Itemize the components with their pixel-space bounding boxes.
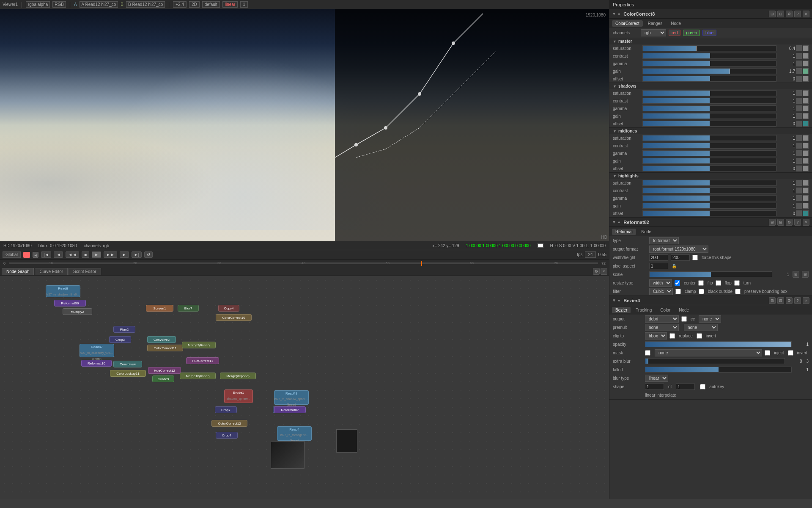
master-off-slider[interactable]: [642, 76, 776, 82]
skip-start-btn[interactable]: |◄: [41, 251, 52, 258]
rf-center-check[interactable]: [675, 280, 680, 286]
master-gain-value[interactable]: 1.7: [778, 69, 795, 74]
node-reformat87[interactable]: Reformat87: [274, 406, 306, 413]
cc-enable-btn[interactable]: ●: [618, 12, 620, 16]
rf-tab-reformat[interactable]: Reformat: [612, 229, 636, 235]
cc-highlights-header[interactable]: ▼ highlights: [609, 172, 812, 179]
bz-tab-node[interactable]: Node: [675, 307, 692, 313]
bz-falloff-value[interactable]: 1: [796, 367, 809, 372]
node-merge-comp[interactable]: Merge(depone): [220, 373, 256, 379]
node-reformat10[interactable]: Reformat10: [81, 360, 112, 367]
cc-channels-select[interactable]: rgb: [641, 29, 666, 36]
node-colorcorrect12[interactable]: ColorCorrect12: [211, 420, 247, 427]
node-graph-settings[interactable]: ⚙: [593, 268, 600, 275]
shadow-gain-slider[interactable]: [642, 113, 776, 119]
node-colorcorrect10[interactable]: ColorCorrect10: [216, 314, 252, 321]
node-read47[interactable]: Read47 hl27_ro_castlekey_v06.0004.exr (l…: [80, 344, 114, 357]
node-crop7[interactable]: Crop7: [215, 406, 237, 413]
master-gam-slider[interactable]: [642, 61, 776, 66]
node-merge10[interactable]: Merge10(linear): [180, 373, 216, 379]
cc-master-header[interactable]: ▼ master: [609, 38, 812, 44]
rf-close[interactable]: ×: [803, 219, 809, 226]
rf-clamp-check[interactable]: [675, 289, 681, 294]
bz-extrablur-slider[interactable]: [645, 358, 785, 364]
bz-invert-check[interactable]: [697, 333, 702, 339]
master-sat-slider[interactable]: [642, 45, 776, 51]
bz-premult-select1[interactable]: none: [645, 324, 679, 331]
bz-of-input[interactable]: [676, 384, 695, 390]
cc-tab-colorcorrect[interactable]: ColorCorrect: [612, 20, 643, 27]
bz-cc-check[interactable]: [681, 316, 687, 322]
rf-tab-node[interactable]: Node: [638, 229, 655, 235]
cc-blue-btn[interactable]: blue: [702, 30, 716, 36]
viewer-area[interactable]: 1920,1080 HD: [0, 9, 609, 241]
play-btn[interactable]: ►: [92, 251, 101, 258]
global-label[interactable]: Global: [3, 251, 21, 258]
node-huecorrect11[interactable]: HueCorrect11: [186, 357, 219, 364]
skip-end-btn[interactable]: ►|: [132, 251, 142, 258]
rf-help[interactable]: ?: [794, 219, 801, 226]
frame-back-btn[interactable]: ◄: [33, 252, 38, 258]
tab-node-graph[interactable]: Node Graph: [2, 268, 34, 275]
tab-curve-editor[interactable]: Curve Editor: [35, 268, 68, 275]
master-gam-value[interactable]: 1: [778, 61, 795, 66]
hl-con-slider[interactable]: [642, 188, 776, 193]
rf-enable-btn[interactable]: ●: [618, 220, 620, 224]
color-space[interactable]: RGB: [52, 1, 66, 8]
master-off-chip[interactable]: [796, 76, 802, 82]
rf-scale-slider[interactable]: [649, 271, 772, 277]
cc-tab-node[interactable]: Node: [667, 20, 684, 27]
playback-lut[interactable]: linear: [222, 1, 238, 8]
master-sat-chip[interactable]: [796, 45, 802, 51]
rf-preserve-bb-check[interactable]: [735, 289, 741, 294]
master-gain-chip2[interactable]: [803, 68, 809, 74]
bz-btn2[interactable]: ⊟: [777, 297, 784, 304]
node-blur7[interactable]: Blur7: [178, 305, 199, 312]
node-copy4[interactable]: Copy4: [218, 305, 239, 312]
node-erode1[interactable]: Erode1 shadow_sphere...: [224, 389, 253, 403]
bz-opacity-slider[interactable]: [645, 341, 792, 347]
prev-frame-btn[interactable]: ◄: [54, 251, 63, 258]
rf-turn-check[interactable]: [734, 280, 740, 286]
node-graph[interactable]: Read8 hl27_ro_shadow_f8_v06.0004.exr Ref…: [0, 276, 609, 499]
shadow-gam-slider[interactable]: [642, 105, 776, 111]
bz-premult-select2[interactable]: none: [684, 324, 718, 331]
frame-current[interactable]: 24: [585, 251, 595, 258]
bz-output-select[interactable]: debri: [645, 315, 679, 323]
cc-midtones-header[interactable]: ▼ midtones: [609, 127, 812, 134]
mid-gam-slider[interactable]: [642, 150, 776, 156]
master-con-chip2[interactable]: [803, 53, 809, 59]
node-merge2[interactable]: Merge2(linear): [182, 342, 216, 348]
node-crop4b[interactable]: Crop4: [216, 432, 238, 439]
node-convolve2[interactable]: Convolve2: [147, 336, 176, 343]
rf-scale-value[interactable]: 1: [776, 272, 789, 277]
node-read49[interactable]: Read49 hl27_ro_shadow_sphere... (linear): [274, 390, 309, 405]
node-crop3[interactable]: Crop3: [109, 336, 131, 343]
bz-replace-check[interactable]: [669, 333, 675, 339]
cc-red-btn[interactable]: red: [669, 30, 680, 36]
cc-close[interactable]: ×: [803, 11, 809, 17]
rf-flip-check[interactable]: [698, 280, 704, 286]
rf-scale-add[interactable]: ⊞: [802, 271, 809, 278]
node-convolve4[interactable]: Convolve4: [113, 361, 142, 367]
hl-gain-slider[interactable]: [642, 203, 776, 209]
shadow-sat-slider[interactable]: [642, 90, 776, 96]
zoom-level[interactable]: +2.4: [173, 1, 187, 8]
bz-falloff-slider[interactable]: [645, 367, 792, 373]
resolution-selector[interactable]: 1: [240, 1, 248, 8]
shadow-con-slider[interactable]: [642, 98, 776, 104]
rf-scale-reset[interactable]: ⊟: [793, 271, 799, 278]
next-frame-btn[interactable]: ►: [120, 251, 129, 258]
master-gain-slider[interactable]: [642, 68, 776, 74]
record-btn[interactable]: [23, 252, 30, 258]
loop-btn[interactable]: ↺: [144, 251, 153, 258]
timeline-track[interactable]: 10 20 30 40 50 60 70: [9, 262, 598, 264]
rf-btn1[interactable]: ⊞: [769, 219, 776, 226]
rf-output-format-select[interactable]: root.format 1920x1080: [649, 246, 708, 253]
rf-width-input[interactable]: [649, 254, 668, 261]
bz-invert2-check[interactable]: [788, 350, 793, 356]
rf-resize-select[interactable]: width: [649, 279, 672, 287]
master-off-value[interactable]: 0: [778, 77, 795, 81]
node-huecorrect12[interactable]: HueCorrect12: [148, 367, 181, 374]
node-reformat96[interactable]: Reformat96: [54, 300, 86, 306]
